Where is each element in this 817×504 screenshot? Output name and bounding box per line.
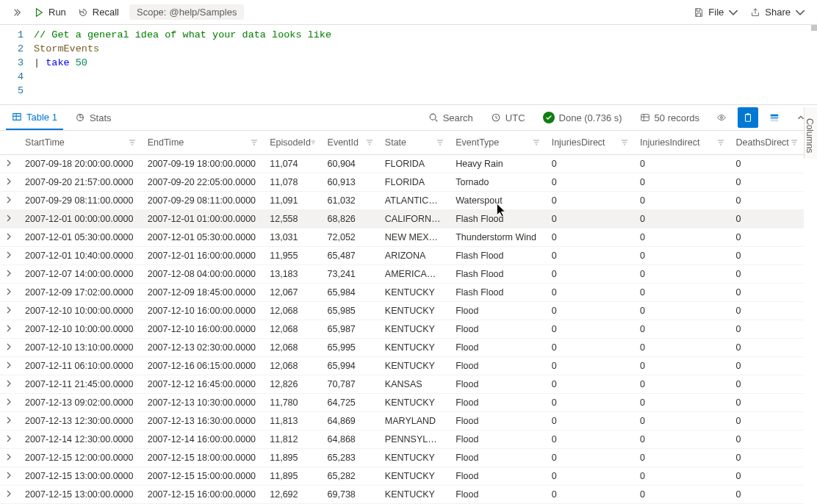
file-menu[interactable]: File	[688, 4, 744, 21]
column-header-eventtype[interactable]: EventType	[450, 131, 545, 154]
cell-injuriesdirect: 0	[546, 283, 634, 301]
cell-episodeid: 11,955	[264, 246, 321, 264]
cell-state: ATLANTIC…	[379, 191, 450, 209]
results-grid-wrap[interactable]: StartTimeEndTimeEpisodeIdEventIdStateEve…	[0, 131, 817, 504]
cell-eventid: 65,987	[322, 320, 379, 338]
cell-eventid: 64,868	[322, 430, 379, 448]
table-row[interactable]: 2007-09-20 21:57:00.00002007-09-20 22:05…	[0, 173, 804, 191]
row-expand-toggle[interactable]	[0, 411, 19, 430]
cell-endtime: 2007-12-01 05:30:00.0000	[142, 228, 264, 246]
cell-injuriesindirect: 0	[634, 173, 730, 191]
column-header-injuriesindirect[interactable]: InjuriesIndirect	[634, 131, 730, 154]
tab-stats[interactable]: Stats	[69, 105, 118, 130]
cell-deathsdirect: 0	[730, 485, 804, 503]
table-row[interactable]: 2007-12-01 10:40:00.00002007-12-01 16:00…	[0, 246, 804, 264]
copy-button[interactable]	[738, 107, 758, 128]
cell-injuriesindirect: 0	[634, 430, 730, 448]
row-expand-toggle[interactable]	[0, 393, 19, 411]
color-by-value-button[interactable]	[764, 107, 785, 128]
cell-deathsdirect: 0	[730, 301, 804, 320]
query-editor[interactable]: 12345 // Get a general idea of what your…	[0, 25, 817, 104]
column-header-episodeid[interactable]: EpisodeId	[264, 131, 321, 154]
cell-injuriesdirect: 0	[546, 320, 634, 338]
row-expand-toggle[interactable]	[0, 301, 19, 320]
cell-endtime: 2007-12-08 04:00:00.0000	[142, 264, 264, 283]
cell-deathsdirect: 0	[730, 448, 804, 467]
run-button[interactable]: Run	[28, 4, 72, 21]
row-expand-toggle[interactable]	[0, 228, 19, 246]
table-row[interactable]: 2007-12-10 10:00:00.00002007-12-10 16:00…	[0, 320, 804, 338]
scope-selector[interactable]: Scope: @help/Samples	[129, 4, 244, 20]
cell-injuriesindirect: 0	[634, 301, 730, 320]
row-expand-toggle[interactable]	[0, 485, 19, 503]
table-row[interactable]: 2007-12-10 10:00:00.00002007-12-10 16:00…	[0, 301, 804, 320]
table-row[interactable]: 2007-12-10 13:10:00.00002007-12-13 02:30…	[0, 338, 804, 356]
cell-endtime: 2007-12-13 02:30:00.0000	[142, 338, 264, 356]
table-row[interactable]: 2007-12-11 06:10:00.00002007-12-16 06:15…	[0, 356, 804, 375]
timezone-selector[interactable]: UTC	[485, 112, 531, 123]
row-expand-toggle[interactable]	[0, 264, 19, 283]
table-row[interactable]: 2007-12-13 12:30:00.00002007-12-13 16:30…	[0, 411, 804, 430]
recall-button[interactable]: Recall	[72, 4, 125, 21]
table-row[interactable]: 2007-12-07 14:00:00.00002007-12-08 04:00…	[0, 264, 804, 283]
table-row[interactable]: 2007-12-13 09:02:00.00002007-12-13 10:30…	[0, 393, 804, 411]
row-expand-toggle[interactable]	[0, 320, 19, 338]
cell-injuriesdirect: 0	[546, 209, 634, 228]
table-row[interactable]: 2007-12-09 17:02:00.00002007-12-09 18:45…	[0, 283, 804, 301]
table-row[interactable]: 2007-12-01 00:00:00.00002007-12-01 01:00…	[0, 209, 804, 228]
row-expand-toggle[interactable]	[0, 430, 19, 448]
query-status: Done (0.736 s)	[537, 112, 628, 123]
row-expand-toggle[interactable]	[0, 246, 19, 264]
row-expand-toggle[interactable]	[0, 209, 19, 228]
column-header-deathsdirect[interactable]: DeathsDirect	[730, 131, 804, 154]
cell-episodeid: 12,068	[264, 338, 321, 356]
column-header-state[interactable]: State	[379, 131, 450, 154]
cell-injuriesindirect: 0	[634, 228, 730, 246]
table-row[interactable]: 2007-12-15 13:00:00.00002007-12-15 16:00…	[0, 485, 804, 503]
cell-starttime: 2007-09-20 21:57:00.0000	[19, 173, 142, 191]
row-expand-toggle[interactable]	[0, 283, 19, 301]
cell-deathsdirect: 0	[730, 154, 804, 173]
svg-rect-6	[746, 113, 749, 115]
chevron-down-icon	[728, 7, 738, 18]
table-row[interactable]: 2007-12-15 13:00:00.00002007-12-15 15:00…	[0, 467, 804, 485]
minimap-thumb[interactable]	[811, 25, 817, 31]
column-header-starttime[interactable]: StartTime	[19, 131, 142, 154]
cell-eventid: 65,984	[322, 283, 379, 301]
search-label: Search	[443, 112, 473, 123]
cell-deathsdirect: 0	[730, 320, 804, 338]
row-expand-toggle[interactable]	[0, 467, 19, 485]
column-header-injuriesdirect[interactable]: InjuriesDirect	[546, 131, 634, 154]
table-row[interactable]: 2007-12-15 12:00:00.00002007-12-15 18:00…	[0, 448, 804, 467]
row-expand-toggle[interactable]	[0, 338, 19, 356]
row-expand-toggle[interactable]	[0, 173, 19, 191]
columns-panel-toggle[interactable]: Columns	[804, 107, 817, 159]
expand-panel-button[interactable]	[6, 4, 28, 21]
table-row[interactable]: 2007-12-01 05:30:00.00002007-12-01 05:30…	[0, 228, 804, 246]
cell-state: ARIZONA	[379, 246, 450, 264]
row-expand-toggle[interactable]	[0, 191, 19, 209]
cell-eventtype: Flood	[450, 301, 545, 320]
row-expand-toggle[interactable]	[0, 448, 19, 467]
tab-table[interactable]: Table 1	[6, 105, 63, 130]
share-menu[interactable]: Share	[744, 4, 811, 21]
clock-icon	[491, 112, 501, 123]
cell-eventid: 65,282	[322, 467, 379, 485]
column-header-endtime[interactable]: EndTime	[142, 131, 264, 154]
row-expand-toggle[interactable]	[0, 154, 19, 173]
table-row[interactable]: 2007-12-11 21:45:00.00002007-12-12 16:45…	[0, 375, 804, 393]
editor-code[interactable]: // Get a general idea of what your data …	[34, 28, 817, 100]
table-row[interactable]: 2007-09-18 20:00:00.00002007-09-19 18:00…	[0, 154, 804, 173]
table-row[interactable]: 2007-09-29 08:11:00.00002007-09-29 08:11…	[0, 191, 804, 209]
row-expand-toggle[interactable]	[0, 375, 19, 393]
cell-deathsdirect: 0	[730, 283, 804, 301]
search-button[interactable]: Search	[422, 112, 479, 123]
hide-empty-columns-button[interactable]	[711, 107, 732, 128]
cell-episodeid: 13,031	[264, 228, 321, 246]
table-row[interactable]: 2007-12-14 12:30:00.00002007-12-14 16:00…	[0, 430, 804, 448]
cell-injuriesindirect: 0	[634, 485, 730, 503]
cell-injuriesdirect: 0	[546, 411, 634, 430]
row-expand-toggle[interactable]	[0, 356, 19, 375]
cell-eventid: 70,787	[322, 375, 379, 393]
column-header-eventid[interactable]: EventId	[322, 131, 379, 154]
